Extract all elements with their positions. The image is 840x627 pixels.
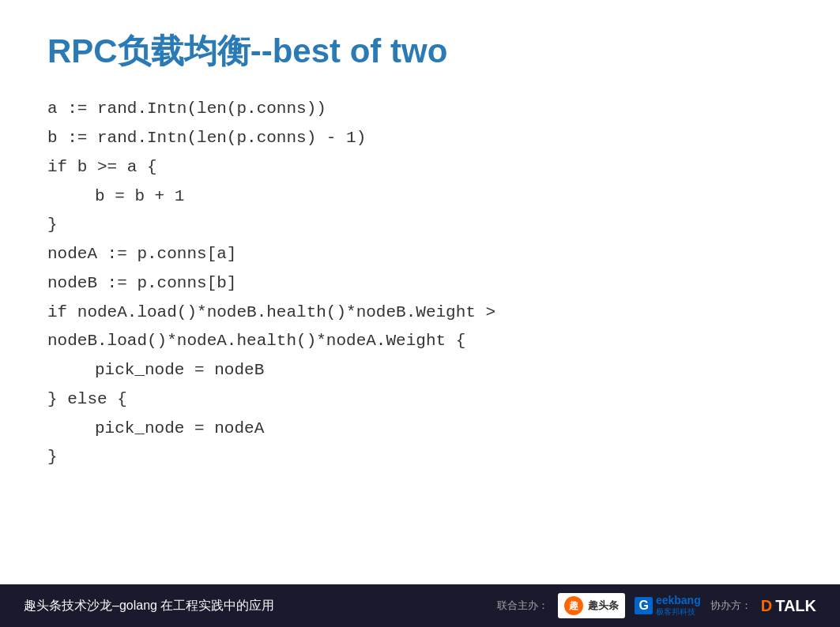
- code-line-8: if nodeA.load()*nodeB.health()*nodeB.Wei…: [47, 298, 793, 328]
- geekbang-sub: 极客邦科技: [656, 606, 701, 618]
- dtalk-d-icon: D: [761, 597, 772, 615]
- code-block: a := rand.Intn(len(p.conns)) b := rand.I…: [47, 95, 793, 472]
- geekbang-name: eekbang: [656, 594, 701, 606]
- code-line-13: }: [47, 443, 793, 472]
- dtalk-logo: D TALK: [761, 597, 816, 615]
- page-title: RPC负载均衡--best of two: [47, 32, 793, 71]
- toutiao-text: 趣头条: [588, 599, 619, 613]
- code-line-3: if b >= a {: [47, 153, 793, 182]
- code-line-7: nodeB := p.conns[b]: [47, 269, 793, 298]
- co-organizer-label: 联合主办：: [497, 599, 548, 613]
- code-line-12: pick_node = nodeA: [47, 415, 793, 444]
- footer-left-text: 趣头条技术沙龙–golang 在工程实践中的应用: [24, 598, 497, 614]
- main-content: RPC负载均衡--best of two a := rand.Intn(len(…: [0, 0, 840, 584]
- geekbang-text-block: eekbang 极客邦科技: [656, 594, 701, 618]
- dtalk-text: TALK: [775, 597, 816, 615]
- code-line-10: pick_node = nodeB: [47, 356, 793, 385]
- code-line-6: nodeA := p.conns[a]: [47, 240, 793, 269]
- code-line-1: a := rand.Intn(len(p.conns)): [47, 95, 793, 124]
- geekbang-logo: G eekbang 极客邦科技: [635, 594, 700, 618]
- code-line-2: b := rand.Intn(len(p.conns) - 1): [47, 124, 793, 153]
- toutiao-icon: 趣: [564, 596, 583, 615]
- code-line-4: b = b + 1: [47, 182, 793, 212]
- code-line-11: } else {: [47, 385, 793, 415]
- footer: 趣头条技术沙龙–golang 在工程实践中的应用 联合主办： 趣 趣头条 G e…: [0, 584, 840, 627]
- toutiao-logo: 趣 趣头条: [558, 593, 625, 618]
- code-line-5: }: [47, 211, 793, 240]
- code-line-9: nodeB.load()*nodeA.health()*nodeA.Weight…: [47, 327, 793, 356]
- geekbang-g-icon: G: [635, 597, 652, 614]
- footer-right: 联合主办： 趣 趣头条 G eekbang 极客邦科技 协办方： D TALK: [497, 593, 816, 618]
- organizer-label: 协办方：: [710, 599, 751, 613]
